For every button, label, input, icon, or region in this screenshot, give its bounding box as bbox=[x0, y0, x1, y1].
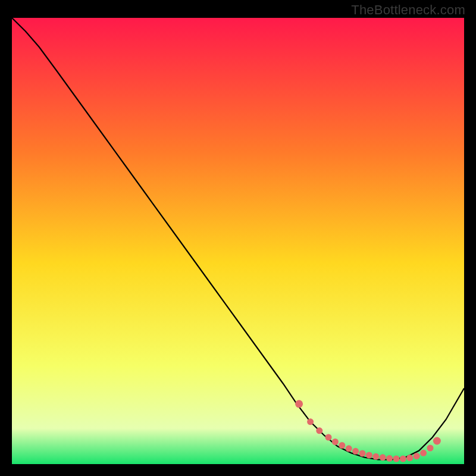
highlight-dot bbox=[406, 455, 413, 461]
highlight-dot bbox=[400, 456, 406, 462]
highlight-dot bbox=[339, 442, 345, 449]
highlight-dot bbox=[393, 456, 400, 462]
plot-area bbox=[12, 18, 464, 464]
highlight-dot bbox=[372, 453, 379, 460]
highlight-dot bbox=[352, 448, 359, 455]
highlight-dot bbox=[420, 450, 427, 456]
gradient-background bbox=[12, 18, 464, 464]
chart-svg bbox=[12, 18, 464, 464]
highlight-dot bbox=[325, 434, 332, 441]
highlight-dot bbox=[359, 450, 366, 457]
highlight-dot bbox=[332, 439, 339, 445]
highlight-dot bbox=[427, 445, 434, 452]
highlight-dot bbox=[380, 454, 386, 461]
chart-frame: TheBottleneck.com bbox=[0, 0, 476, 476]
watermark-label: TheBottleneck.com bbox=[351, 2, 465, 18]
highlight-dot bbox=[414, 453, 420, 459]
highlight-dot bbox=[433, 437, 441, 445]
highlight-dot bbox=[316, 427, 322, 434]
highlight-dot bbox=[386, 455, 393, 462]
highlight-dot bbox=[346, 445, 352, 452]
highlight-dot bbox=[295, 400, 303, 408]
highlight-dot bbox=[366, 452, 372, 459]
highlight-dot bbox=[307, 418, 314, 425]
